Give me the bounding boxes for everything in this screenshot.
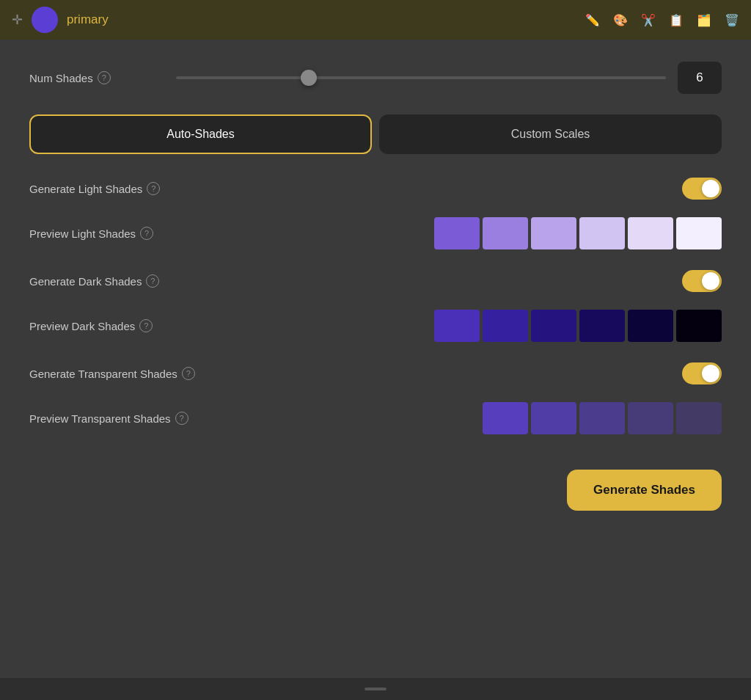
- scroll-indicator: [364, 688, 387, 690]
- dark-swatch-1: [434, 310, 480, 342]
- preview-transparent-shades-help-icon[interactable]: ?: [175, 412, 188, 425]
- dark-shades-help-icon[interactable]: ?: [146, 274, 159, 288]
- light-swatch-1: [434, 217, 480, 249]
- transparent-swatch-5: [676, 402, 722, 434]
- generate-light-shades-toggle[interactable]: [682, 178, 722, 200]
- preview-transparent-shades-row: Preview Transparent Shades ?: [29, 402, 722, 434]
- dark-shades-swatches: [434, 310, 722, 342]
- dark-swatch-3: [531, 310, 576, 342]
- preview-transparent-shades-label: Preview Transparent Shades ?: [29, 412, 483, 425]
- clipboard-icon[interactable]: 🗂️: [697, 13, 711, 27]
- toggle-knob-dark: [702, 272, 719, 290]
- magic-icon[interactable]: ✂️: [641, 13, 656, 27]
- num-shades-row: Num Shades ? 6: [29, 62, 722, 94]
- num-shades-slider-area: [176, 76, 666, 79]
- generate-light-shades-label: Generate Light Shades ?: [29, 182, 682, 195]
- preview-light-shades-help-icon[interactable]: ?: [140, 227, 153, 240]
- num-shades-value: 6: [678, 62, 722, 94]
- dark-swatch-6: [676, 310, 722, 342]
- drag-handle-icon[interactable]: ✛: [12, 12, 23, 28]
- tab-custom-scales[interactable]: Custom Scales: [379, 114, 722, 154]
- num-shades-label: Num Shades ?: [29, 71, 176, 84]
- light-swatch-3: [531, 217, 576, 249]
- trash-icon[interactable]: 🗑️: [725, 13, 739, 27]
- title-bar-left: ✛ primary: [12, 7, 576, 33]
- tab-auto-shades[interactable]: Auto-Shades: [29, 114, 372, 154]
- preview-light-shades-row: Preview Light Shades ?: [29, 217, 722, 249]
- generate-transparent-shades-label: Generate Transparent Shades ?: [29, 367, 682, 380]
- light-swatch-6: [676, 217, 722, 249]
- palette-icon[interactable]: 🎨: [613, 13, 628, 27]
- transparent-swatch-4: [628, 402, 673, 434]
- preview-dark-shades-row: Preview Dark Shades ?: [29, 310, 722, 342]
- transparent-swatch-3: [579, 402, 625, 434]
- toggle-knob: [702, 180, 719, 197]
- copy-icon[interactable]: 📋: [669, 13, 684, 27]
- generate-dark-shades-label: Generate Dark Shades ?: [29, 274, 682, 288]
- light-swatch-2: [483, 217, 528, 249]
- transparent-shades-help-icon[interactable]: ?: [182, 367, 195, 380]
- generate-transparent-shades-toggle[interactable]: [682, 362, 722, 384]
- transparent-shades-swatches: [483, 402, 722, 434]
- bottom-bar: Generate Shades: [29, 470, 722, 511]
- transparent-swatch-2: [531, 402, 576, 434]
- preview-dark-shades-label: Preview Dark Shades ?: [29, 319, 434, 332]
- num-shades-help-icon[interactable]: ?: [98, 71, 111, 84]
- pencil-icon[interactable]: ✏️: [585, 13, 600, 27]
- light-swatch-4: [579, 217, 625, 249]
- dark-swatch-4: [579, 310, 625, 342]
- color-circle: [32, 7, 58, 33]
- dark-swatch-5: [628, 310, 673, 342]
- bottom-strip: [0, 678, 751, 700]
- generate-shades-button[interactable]: Generate Shades: [567, 470, 722, 511]
- preview-dark-shades-help-icon[interactable]: ?: [139, 319, 153, 332]
- light-shades-help-icon[interactable]: ?: [147, 182, 160, 195]
- page-title: primary: [67, 12, 109, 27]
- title-bar: ✛ primary ✏️ 🎨 ✂️ 📋 🗂️ 🗑️: [0, 0, 751, 40]
- main-content: Num Shades ? 6 Auto-Shades Custom Scales…: [0, 40, 751, 678]
- light-shades-swatches: [434, 217, 722, 249]
- tabs-row: Auto-Shades Custom Scales: [29, 114, 722, 154]
- generate-dark-shades-toggle[interactable]: [682, 270, 722, 292]
- light-swatch-5: [628, 217, 673, 249]
- dark-swatch-2: [483, 310, 528, 342]
- title-bar-icons: ✏️ 🎨 ✂️ 📋 🗂️ 🗑️: [585, 13, 739, 27]
- num-shades-slider[interactable]: [176, 76, 666, 79]
- toggle-knob-transparent: [702, 365, 719, 382]
- generate-dark-shades-row: Generate Dark Shades ?: [29, 270, 722, 292]
- transparent-swatch-1: [483, 402, 528, 434]
- preview-light-shades-label: Preview Light Shades ?: [29, 227, 434, 240]
- generate-transparent-shades-row: Generate Transparent Shades ?: [29, 362, 722, 384]
- generate-light-shades-row: Generate Light Shades ?: [29, 178, 722, 200]
